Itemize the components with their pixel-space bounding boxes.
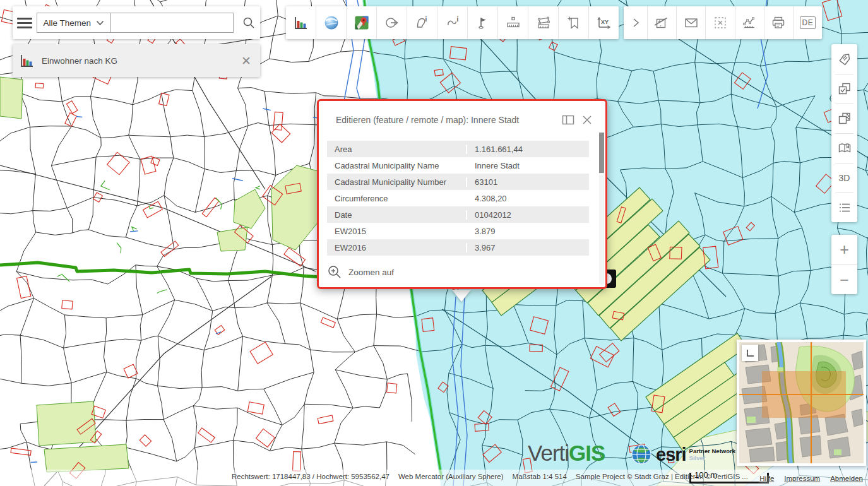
- scrollbar-thumb[interactable]: [599, 133, 604, 173]
- table-row: Cadastral Municipality Number63101: [327, 174, 589, 190]
- google-earth-button[interactable]: [316, 6, 347, 39]
- chart-result-panel[interactable]: Einwohner nach KG ✕: [13, 44, 260, 77]
- transparency-swipe-button[interactable]: [831, 104, 857, 133]
- search-bar: Alle Themen: [13, 6, 260, 39]
- dialog-scrollbar[interactable]: [599, 133, 604, 285]
- vertigis-logo-part2: GIS: [569, 441, 605, 465]
- goto-position-icon: [384, 15, 400, 30]
- bar-chart-icon: [13, 53, 42, 68]
- goto-position-button[interactable]: [377, 6, 407, 39]
- close-icon: [582, 115, 592, 125]
- menu-button[interactable]: [13, 6, 37, 39]
- view-3d-label: 3D: [839, 173, 850, 183]
- add-bookmark-button[interactable]: [559, 6, 589, 39]
- status-bar: Rechtswert: 1718447,83 / Hochwert: 59535…: [0, 470, 868, 486]
- zoom-to-label: Zoomen auf: [348, 268, 394, 277]
- status-coordinates: Rechtswert: 1718447,83 / Hochwert: 59535…: [232, 473, 389, 480]
- svg-text:XY: XY: [601, 19, 609, 25]
- line-info-icon: i: [445, 15, 460, 30]
- layer-list-button[interactable]: [831, 193, 857, 222]
- footer-links: Hilfe Impressum Abmelden: [759, 475, 863, 482]
- view-3d-button[interactable]: 3D: [831, 163, 857, 193]
- line-info-button[interactable]: i: [437, 6, 468, 39]
- status-projection: Web Mercator (Auxiliary Sphere): [398, 473, 504, 480]
- dialog-header: Editieren (feature / remote / map): Inne…: [319, 101, 605, 134]
- status-text: Rechtswert: 1718447,83 / Hochwert: 59535…: [232, 473, 757, 480]
- chart-panel-close-button[interactable]: ✕: [232, 44, 260, 77]
- attribute-table: Area1.161.661,44 Cadastral Municipality …: [327, 141, 589, 256]
- svg-text:i: i: [425, 16, 427, 23]
- help-link[interactable]: Hilfe: [759, 475, 774, 482]
- select-overlap-button[interactable]: [831, 74, 857, 104]
- table-row: EW20153.879: [327, 223, 589, 239]
- table-row: EW20163.967: [327, 239, 589, 256]
- row-label: Date: [327, 210, 467, 220]
- status-scale: Maßstab 1:4 514: [513, 473, 567, 480]
- imprint-link[interactable]: Impressum: [784, 475, 820, 482]
- search-box: Alle Themen: [37, 13, 234, 33]
- dock-panel-icon: [562, 115, 574, 125]
- edit-feature-button[interactable]: [648, 6, 677, 39]
- table-row: Area1.161.661,44: [327, 141, 589, 157]
- zoom-to-icon: [327, 264, 342, 280]
- search-button[interactable]: [237, 6, 260, 39]
- row-value: Innere Stadt: [467, 161, 589, 170]
- dialog-title: Editieren (feature / remote / map): Inne…: [336, 115, 559, 125]
- clear-selection-icon: [713, 15, 728, 30]
- esri-partner-text: Partner NetworkSilver: [689, 447, 735, 461]
- row-label: EW2016: [327, 243, 467, 252]
- label-tag-button[interactable]: [831, 44, 857, 74]
- toolbar-secondary: DE: [624, 6, 822, 39]
- statistics-chart-button[interactable]: [286, 6, 316, 39]
- profile-measure-button[interactable]: [735, 6, 764, 39]
- area-info-button[interactable]: i: [407, 6, 437, 39]
- clear-selection-button[interactable]: [706, 6, 735, 39]
- edit-feature-icon: [655, 15, 670, 30]
- search-input[interactable]: [111, 13, 233, 32]
- chevron-right-icon: [630, 16, 641, 29]
- print-button[interactable]: [764, 6, 794, 39]
- zoom-out-button[interactable]: −: [831, 264, 857, 294]
- flag-marker-button[interactable]: [468, 6, 498, 39]
- legend-book-button[interactable]: [831, 133, 857, 163]
- flag-marker-icon: [475, 15, 490, 30]
- language-button[interactable]: DE: [794, 6, 822, 39]
- zoom-to-action[interactable]: Zoomen auf: [327, 264, 394, 280]
- zoom-controls: + −: [831, 235, 857, 294]
- expand-more-button[interactable]: [624, 6, 648, 39]
- esri-logo-text: esri: [656, 444, 686, 465]
- dialog-dock-button[interactable]: [559, 112, 578, 128]
- row-value: 63101: [467, 177, 589, 187]
- topic-dropdown[interactable]: Alle Themen: [37, 13, 112, 32]
- chart-panel-title: Einwohner nach KG: [42, 56, 232, 66]
- row-label: Cadastral Municipality Name: [327, 161, 467, 170]
- dialog-callout-pointer: [452, 290, 471, 302]
- dialog-close-button[interactable]: [578, 112, 597, 128]
- google-maps-icon: [354, 15, 370, 31]
- scale-bar-label: 100 m: [694, 470, 717, 480]
- statistics-chart-icon: [294, 15, 309, 30]
- minimap-collapse-button[interactable]: [742, 345, 758, 361]
- book-icon: [837, 141, 852, 156]
- coordinates-xy-button[interactable]: XY: [589, 6, 619, 39]
- row-value: 3.967: [467, 243, 589, 252]
- send-mail-button[interactable]: [677, 6, 706, 39]
- vertigis-logo: VertiGIS: [528, 441, 605, 466]
- row-label: Area: [327, 145, 467, 154]
- row-value: 3.879: [467, 227, 589, 236]
- chevron-down-icon: [96, 20, 104, 26]
- google-maps-button[interactable]: [347, 6, 377, 39]
- topic-dropdown-label: Alle Themen: [44, 18, 92, 28]
- zoom-in-button[interactable]: +: [831, 235, 857, 264]
- esri-globe-icon: [630, 443, 653, 466]
- row-value: 01042012: [467, 210, 589, 220]
- printer-icon: [771, 15, 786, 30]
- overview-minimap[interactable]: [737, 340, 866, 466]
- row-value: 4.308,20: [467, 194, 589, 203]
- table-row: Cadastral Municipality NameInnere Stadt: [327, 157, 589, 174]
- measure-distance-button[interactable]: [498, 6, 528, 39]
- logout-link[interactable]: Abmelden: [830, 475, 863, 482]
- table-row: Circumference4.308,20: [327, 190, 589, 206]
- mail-icon: [684, 15, 699, 30]
- measure-area-button[interactable]: [528, 6, 559, 39]
